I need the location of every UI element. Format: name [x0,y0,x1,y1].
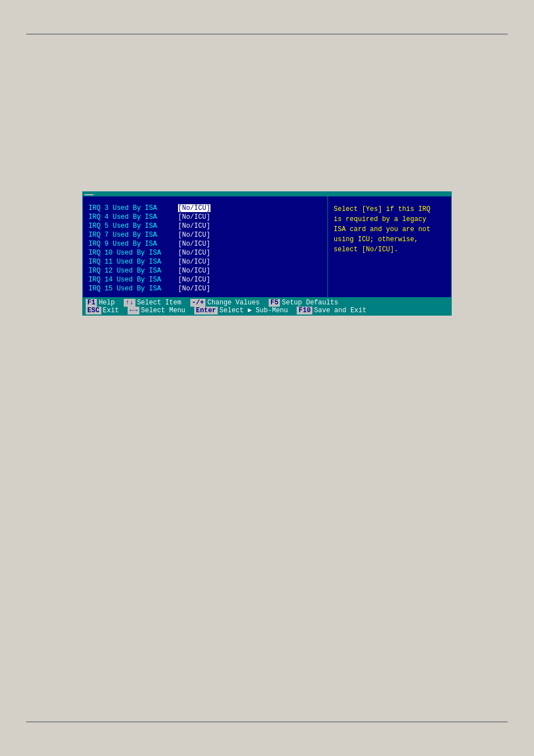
menu-item-advanced[interactable] [85,194,93,195]
irq-label: IRQ 4 Used By ISA [88,213,178,221]
irq-value[interactable]: [No/ICU] [178,231,210,239]
irq-label: IRQ 3 Used By ISA [88,204,178,212]
bottom-bar-item[interactable]: ↑↓Select Item [124,299,181,307]
irq-row[interactable]: IRQ 14 Used By ISA[No/ICU] [88,276,322,284]
bottom-bar-item[interactable]: ESCExit [86,307,119,314]
bottom-bar-item[interactable]: F10Save and Exit [297,307,366,314]
irq-table: IRQ 3 Used By ISA[No/ICU]IRQ 4 Used By I… [88,204,322,293]
bottom-bar: F1Help↑↓Select Item-/+Change ValuesF5Set… [82,298,452,316]
key-label: F10 [297,307,312,314]
help-text: Select [Yes] if this IRQ is required by … [334,204,446,255]
irq-label: IRQ 15 Used By ISA [88,285,178,293]
key-desc: Setup Defaults [282,299,338,307]
irq-label: IRQ 10 Used By ISA [88,249,178,257]
irq-label: IRQ 9 Used By ISA [88,240,178,248]
irq-value[interactable]: [No/ICU] [178,204,210,212]
irq-label: IRQ 12 Used By ISA [88,267,178,275]
irq-row[interactable]: IRQ 5 Used By ISA[No/ICU] [88,222,322,230]
irq-value[interactable]: [No/ICU] [178,213,210,221]
main-content: IRQ 3 Used By ISA[No/ICU]IRQ 4 Used By I… [82,196,452,298]
key-desc: Select Item [137,299,181,307]
bottom-bar-item[interactable]: EnterSelect ► Sub-Menu [194,307,288,314]
irq-value[interactable]: [No/ICU] [178,240,210,248]
irq-value[interactable]: [No/ICU] [178,267,210,275]
key-desc: Select Menu [141,307,185,314]
irq-row[interactable]: IRQ 15 Used By ISA[No/ICU] [88,285,322,293]
right-panel: Select [Yes] if this IRQ is required by … [328,196,451,297]
irq-row[interactable]: IRQ 3 Used By ISA[No/ICU] [88,204,322,212]
bios-container: IRQ 3 Used By ISA[No/ICU]IRQ 4 Used By I… [82,191,452,316]
irq-value[interactable]: [No/ICU] [178,222,210,230]
irq-row[interactable]: IRQ 11 Used By ISA[No/ICU] [88,258,322,266]
top-rule [26,34,508,35]
irq-value[interactable]: [No/ICU] [178,285,210,293]
left-panel: IRQ 3 Used By ISA[No/ICU]IRQ 4 Used By I… [83,196,328,297]
irq-value[interactable]: [No/ICU] [178,258,210,266]
irq-label: IRQ 14 Used By ISA [88,276,178,284]
bottom-rule [26,721,508,722]
irq-row[interactable]: IRQ 12 Used By ISA[No/ICU] [88,267,322,275]
bottom-bar-item[interactable]: -/+Change Values [190,299,260,307]
key-label: ESC [86,307,101,314]
key-label: F1 [86,299,97,307]
irq-label: IRQ 5 Used By ISA [88,222,178,230]
key-label: Enter [194,307,218,314]
page-wrapper: IRQ 3 Used By ISA[No/ICU]IRQ 4 Used By I… [0,0,534,756]
key-label: -/+ [190,299,206,307]
irq-row[interactable]: IRQ 9 Used By ISA[No/ICU] [88,240,322,248]
irq-row[interactable]: IRQ 4 Used By ISA[No/ICU] [88,213,322,221]
key-desc: Help [99,299,115,307]
irq-row[interactable]: IRQ 10 Used By ISA[No/ICU] [88,249,322,257]
key-desc: Exit [103,307,119,314]
irq-label: IRQ 11 Used By ISA [88,258,178,266]
key-label: ↑↓ [124,299,135,307]
key-desc: Select ► Sub-Menu [219,307,288,314]
irq-value[interactable]: [No/ICU] [178,276,210,284]
key-desc: Save and Exit [314,307,367,314]
bottom-bar-item[interactable]: F5Setup Defaults [269,299,338,307]
irq-label: IRQ 7 Used By ISA [88,231,178,239]
key-desc: Change Values [207,299,260,307]
bottom-bar-item[interactable]: F1Help [86,299,115,307]
irq-row[interactable]: IRQ 7 Used By ISA[No/ICU] [88,231,322,239]
bottom-bar-item[interactable]: ←→Select Menu [128,307,185,314]
key-label: ←→ [128,307,139,314]
irq-value[interactable]: [No/ICU] [178,249,210,257]
key-label: F5 [269,299,280,307]
